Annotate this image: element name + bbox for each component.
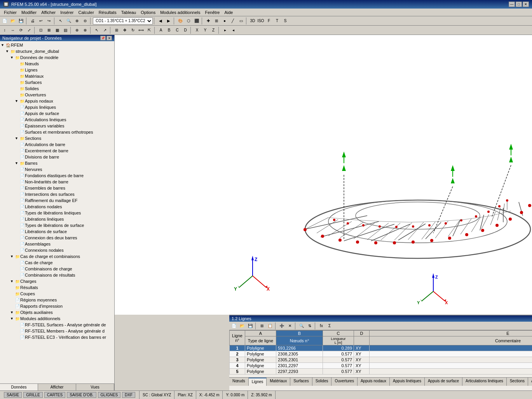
bottom-tab-lignes[interactable]: Lignes (249, 378, 267, 386)
side-btn[interactable]: S (281, 17, 289, 25)
tree-item[interactable]: 📄 Ensembles de barres (1, 185, 113, 191)
tree-item[interactable]: 📄 RF-STEEL EC3 - Vérification des barres… (1, 334, 113, 340)
solid-btn[interactable]: ⬛ (193, 17, 201, 25)
tree-item[interactable]: 📄 Libérations nodales (1, 204, 113, 210)
tb2-a[interactable]: A (157, 26, 165, 34)
tb2-btn6[interactable]: ⊠ (45, 26, 53, 34)
render-btn[interactable]: 🎨 (176, 17, 184, 25)
tree-item[interactable]: 📄 Divisions de barre (1, 154, 113, 160)
bottom-tab-solides[interactable]: Solides (312, 378, 332, 386)
tb2-mirror[interactable]: ⟺ (137, 26, 145, 34)
tree-item[interactable]: 📄 Types de libérations linéiques (1, 210, 113, 216)
tree-item[interactable]: ▼ 📁 Modules additionnels (1, 315, 113, 322)
tt-del[interactable]: ✕ (286, 322, 294, 330)
tt-new[interactable]: 📄 (230, 322, 238, 330)
select-btn[interactable]: ↖ (57, 17, 65, 25)
table-row[interactable]: 4 Polyligne 2301,2297 0.577 XY (230, 363, 532, 369)
table-container[interactable]: Lignen° A B C D E Type de ligne Nœuds n°… (229, 330, 532, 377)
axes-btn[interactable]: ✚ (204, 17, 212, 25)
tree-item[interactable]: 📄 Cas de charge (1, 260, 113, 266)
tree-item[interactable]: 📄 Intersections des surfaces (1, 191, 113, 197)
iso-btn[interactable]: ISO (257, 17, 265, 25)
tree-item[interactable]: 📄 Nervures (1, 166, 113, 172)
tree-item[interactable]: 📄 Connexion des deux barres (1, 235, 113, 241)
tb2-x[interactable]: X (193, 26, 201, 34)
tree-item[interactable]: ▼ 📁 Objets auxiliaires (1, 309, 113, 315)
redo-btn[interactable]: ↪ (45, 17, 53, 25)
tree-item[interactable]: ▼ 📁 Cas de charge et combinaisons (1, 253, 113, 260)
cartes-btn[interactable]: CARTES (44, 392, 65, 398)
open-btn[interactable]: 📂 (9, 17, 17, 25)
tree-item[interactable]: 📄 Régions moyennes (1, 297, 113, 303)
bottom-tab-articulations-linéiques[interactable]: Articulations linéiques (462, 378, 507, 386)
tt-save[interactable]: 💾 (246, 322, 254, 330)
tree-item[interactable]: ▼ 📁 structure_dome_dlubal (1, 48, 113, 54)
menu-fichier[interactable]: Fichier (2, 9, 19, 16)
tree-item[interactable]: 📄 RF-STEEL Members - Analyse générale d (1, 328, 113, 334)
saisie-ob-btn[interactable]: SAISIE D'OB. (67, 392, 96, 398)
menu-modules[interactable]: Modules additionnels (158, 9, 202, 16)
tb2-b[interactable]: B (165, 26, 173, 34)
tree-item[interactable]: 📄 Libérations de surface (1, 228, 113, 235)
tt-copy[interactable]: ⊞ (258, 322, 266, 330)
menu-resultats[interactable]: Résultats (96, 9, 119, 16)
tree-item[interactable]: ▼ 📁 Charges (1, 278, 113, 284)
bottom-tab-appuis-linéiques[interactable]: Appuis linéiques (390, 378, 425, 386)
tb2-btn5[interactable]: ⊡ (37, 26, 45, 34)
tb2-btn9[interactable]: ⊕ (73, 26, 81, 34)
nav-pin-btn[interactable]: 📌 (100, 36, 106, 40)
tree-item[interactable]: 📁 Lignes (1, 67, 113, 73)
tree-item[interactable]: 📄 Raffinement du maillage EF (1, 197, 113, 204)
bottom-tab-appuis-nodaux[interactable]: Appuis nodaux (358, 378, 390, 386)
tree-item[interactable]: 📄 Connexions nodales (1, 247, 113, 253)
col-b-header[interactable]: B (276, 331, 323, 336)
menu-modifier[interactable]: Modifier (19, 9, 39, 16)
col-d-header[interactable]: D (354, 331, 370, 336)
tt-filter[interactable]: 🔍 (298, 322, 305, 330)
menu-fenetre[interactable]: Fenêtre (203, 9, 222, 16)
tb2-btn2[interactable]: ↔ (9, 26, 17, 34)
menu-calculer[interactable]: Calculer (76, 9, 96, 16)
tree-item[interactable]: 📁 Résultats (1, 284, 113, 291)
undo-btn[interactable]: ↩ (37, 17, 45, 25)
tree-item[interactable]: ▼ 📁 Données de modèle (1, 54, 113, 61)
bottom-tab-appuis-de-surface[interactable]: Appuis de surface (425, 378, 462, 386)
tt-open[interactable]: 📂 (238, 322, 246, 330)
tree-item[interactable]: 📄 Types de libérations de surface (1, 222, 113, 228)
table-row[interactable]: 2 Polyligne 2308,2305 0.577 XY (230, 351, 532, 357)
zoom-out-btn[interactable]: ⊖ (81, 17, 89, 25)
tree-item[interactable]: 📄 Fondations élastiques de barre (1, 172, 113, 179)
tree-item[interactable]: 📄 Appuis linéiques (1, 104, 113, 110)
nav-tab-vues[interactable]: Vues (76, 384, 114, 390)
surf-btn[interactable]: ▭ (237, 17, 245, 25)
tb2-btn3[interactable]: ⟳ (17, 26, 25, 34)
tb2-btn12[interactable]: ↗ (101, 26, 109, 34)
wire-btn[interactable]: ⬡ (185, 17, 192, 25)
glignes-btn[interactable]: GLIGNES (98, 392, 120, 398)
tb2-e2[interactable]: ◂ (229, 26, 237, 34)
menu-afficher[interactable]: Afficher (39, 9, 58, 16)
tb2-btn7[interactable]: ▦ (53, 26, 61, 34)
tt-paste[interactable]: 📋 (266, 322, 274, 330)
tree-item[interactable]: 📄 Assemblages (1, 241, 113, 247)
tb2-d[interactable]: D (181, 26, 189, 34)
line-btn[interactable]: ╱ (229, 17, 237, 25)
zoom-in-btn[interactable]: ⊕ (73, 17, 81, 25)
bottom-tab-nœuds[interactable]: Nœuds (229, 378, 249, 386)
nav-tab-afficher[interactable]: Afficher (38, 384, 76, 390)
tree-item[interactable]: 📄 Appuis de surface (1, 110, 113, 117)
new-btn[interactable]: 📄 (1, 17, 9, 25)
col-a-header[interactable]: A (245, 331, 276, 336)
tree-item[interactable]: 📄 RF-STEEL Surfaces - Analyse générale d… (1, 322, 113, 328)
tb2-copy[interactable]: ⊞ (113, 26, 120, 34)
tb2-e1[interactable]: ▸ (221, 26, 229, 34)
tree-item[interactable]: 📁 Solides (1, 85, 113, 92)
col-line[interactable]: Lignen° (230, 331, 245, 345)
tree-item[interactable]: ▼ 📁 Barres (1, 160, 113, 166)
tree-item[interactable]: ▼ 🏠 RFEM (1, 42, 113, 48)
tree-item[interactable]: 📁 Nœuds (1, 61, 113, 67)
tb2-z[interactable]: Z (209, 26, 217, 34)
tt-fx[interactable]: fx (317, 322, 325, 330)
tree-item[interactable]: 📁 Surfaces (1, 79, 113, 85)
3d-btn[interactable]: 3D (249, 17, 256, 25)
